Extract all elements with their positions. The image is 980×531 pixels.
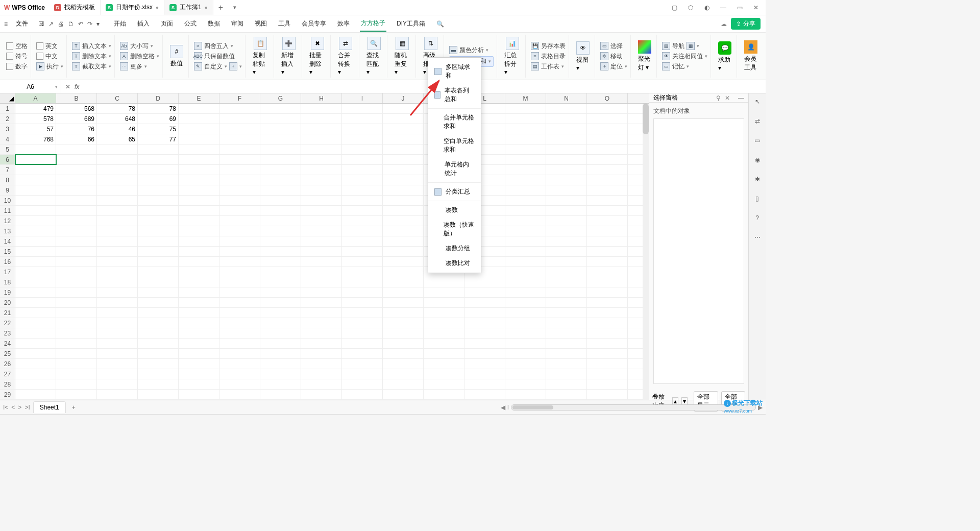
cell[interactable] (179, 349, 219, 358)
cell[interactable] (587, 144, 628, 154)
cell[interactable]: 76 (56, 124, 97, 134)
cell[interactable] (179, 185, 219, 195)
color-analysis[interactable]: ▬颜色分析▾ (449, 46, 494, 55)
cell[interactable] (464, 318, 505, 328)
cell[interactable] (219, 308, 260, 318)
save-icon[interactable]: 🖫 (38, 20, 44, 28)
dd-coushu-compare[interactable]: 凑数比对 (428, 256, 481, 271)
book-tool-icon[interactable]: ▯ (752, 194, 763, 204)
cell[interactable] (138, 339, 179, 348)
tab-insert[interactable]: 插入 (136, 16, 151, 31)
cell[interactable] (587, 339, 628, 348)
cell[interactable] (56, 236, 97, 246)
cell[interactable] (179, 155, 219, 164)
cell[interactable] (15, 318, 56, 328)
cell[interactable] (383, 226, 424, 236)
cell[interactable] (179, 379, 219, 389)
cell[interactable] (179, 318, 219, 328)
cell[interactable] (138, 206, 179, 215)
cell[interactable] (342, 257, 383, 267)
cell[interactable] (179, 175, 219, 185)
cell[interactable] (505, 155, 546, 164)
cell[interactable] (97, 277, 138, 287)
cell[interactable]: 768 (15, 134, 56, 144)
hscroll-left-icon[interactable]: ◀ I (501, 404, 509, 411)
cell[interactable] (260, 349, 301, 358)
cell[interactable] (505, 216, 546, 226)
exec-button[interactable]: ▶执行▾ (36, 62, 63, 71)
cell[interactable] (587, 236, 628, 246)
cell[interactable] (15, 277, 56, 287)
tab-diy[interactable]: DIY工具箱 (396, 16, 426, 31)
cell[interactable] (97, 267, 138, 277)
cell[interactable] (219, 226, 260, 236)
cell[interactable] (219, 216, 260, 226)
cell[interactable] (260, 175, 301, 185)
row-header[interactable]: 4 (0, 134, 15, 144)
cell[interactable] (179, 134, 219, 144)
cell[interactable] (219, 175, 260, 185)
cell[interactable] (15, 216, 56, 226)
package-icon[interactable]: ⬡ (686, 3, 695, 12)
page-tool-icon[interactable]: ▭ (752, 135, 763, 146)
cell[interactable] (138, 165, 179, 175)
cell[interactable] (546, 226, 587, 236)
row-header[interactable]: 1 (0, 104, 15, 113)
keepnum-button[interactable]: ABC只保留数值 (194, 52, 242, 61)
view-button[interactable]: 👁视图 ▾ (574, 40, 592, 73)
row-header[interactable]: 21 (0, 308, 15, 318)
cell[interactable] (260, 124, 301, 134)
cell[interactable] (587, 267, 628, 277)
row-header[interactable]: 6 (0, 155, 15, 164)
cell[interactable] (464, 277, 505, 287)
cell[interactable] (260, 155, 301, 164)
cell[interactable] (342, 236, 383, 246)
cell[interactable] (505, 328, 546, 338)
cell[interactable] (464, 298, 505, 307)
cell[interactable] (260, 287, 301, 297)
cell[interactable] (219, 155, 260, 164)
add-sheet-button[interactable]: + (69, 404, 79, 411)
cell[interactable] (383, 339, 424, 348)
cell[interactable] (219, 124, 260, 134)
column-header[interactable]: N (546, 93, 587, 103)
cell[interactable] (546, 185, 587, 195)
minimize-button[interactable]: ― (719, 3, 728, 12)
cell[interactable] (342, 196, 383, 205)
dd-cell-stat[interactable]: 单元格内统计 (428, 157, 481, 181)
cell[interactable] (505, 185, 546, 195)
cell[interactable] (260, 298, 301, 307)
cell[interactable] (301, 247, 342, 256)
cell[interactable] (342, 206, 383, 215)
cell[interactable] (179, 390, 219, 399)
cell[interactable] (219, 236, 260, 246)
cell[interactable] (97, 287, 138, 297)
more-button[interactable]: ⋯更多▾ (120, 62, 159, 71)
cell[interactable] (56, 257, 97, 267)
cell[interactable] (56, 359, 97, 369)
cell[interactable] (546, 318, 587, 328)
cell[interactable] (138, 196, 179, 205)
cell[interactable] (15, 298, 56, 307)
cell[interactable] (179, 308, 219, 318)
cell[interactable] (56, 287, 97, 297)
cell[interactable] (15, 196, 56, 205)
sheet-prev-icon[interactable]: < (11, 404, 15, 411)
cell[interactable] (301, 104, 342, 113)
cell[interactable] (179, 359, 219, 369)
cell[interactable] (301, 328, 342, 338)
cell[interactable] (546, 216, 587, 226)
cell[interactable] (383, 390, 424, 399)
cell[interactable] (505, 257, 546, 267)
cell[interactable] (97, 369, 138, 379)
cell[interactable] (424, 318, 464, 328)
cell[interactable] (219, 359, 260, 369)
cell[interactable] (15, 206, 56, 215)
chart-tool-icon[interactable]: ◉ (752, 155, 763, 165)
cell[interactable] (505, 206, 546, 215)
cell[interactable] (15, 185, 56, 195)
cell[interactable] (56, 308, 97, 318)
cell[interactable] (342, 185, 383, 195)
cell[interactable] (301, 349, 342, 358)
cell[interactable] (15, 165, 56, 175)
